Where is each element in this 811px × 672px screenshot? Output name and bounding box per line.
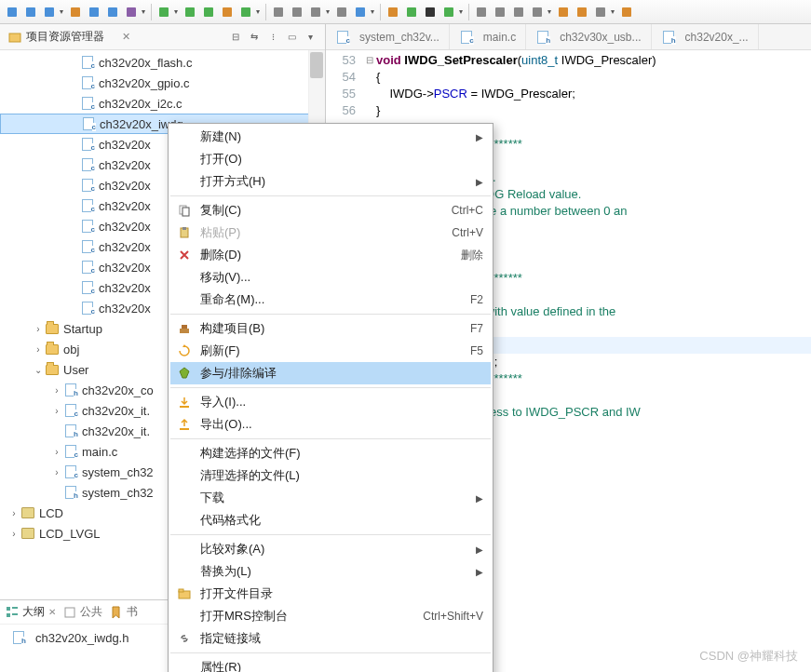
menu-item[interactable]: 打开文件目录 [170, 583, 491, 605]
toolbar-search-icon[interactable] [385, 4, 401, 20]
menu-item[interactable]: 打开方式(H)▶ [170, 170, 491, 193]
menu-item[interactable]: 导出(O)... [170, 413, 491, 436]
delete-icon [174, 247, 195, 263]
menu-item[interactable]: 清理选择的文件(L) [170, 464, 491, 487]
svg-rect-29 [9, 34, 20, 42]
toolbar-indent-icon[interactable] [492, 4, 508, 20]
import-icon [174, 394, 195, 410]
toolbar-grid-icon[interactable] [123, 4, 140, 20]
menu-item[interactable]: 删除(D)删除 [170, 244, 491, 266]
toolbar-doc-icon[interactable] [4, 4, 20, 20]
toolbar-drop2-icon[interactable] [333, 4, 350, 20]
svg-rect-11 [241, 7, 250, 17]
editor-tab[interactable]: ch32v20x_... [652, 24, 759, 49]
blank-icon [174, 151, 195, 168]
svg-rect-38 [182, 227, 186, 230]
menu-item[interactable]: 新建(N)▶ [170, 126, 491, 148]
toolbar-arrow-icon[interactable] [618, 4, 635, 20]
menu-item[interactable]: 重命名(M)...F2 [170, 289, 491, 311]
svg-rect-24 [533, 7, 542, 17]
blank-icon [174, 608, 195, 625]
toolbar-drop1-icon[interactable] [289, 4, 305, 20]
toolbar-bug-icon[interactable] [440, 4, 457, 20]
menu-item[interactable]: 打开MRS控制台Ctrl+Shift+V [170, 605, 491, 627]
toolbar-run-icon[interactable] [155, 4, 172, 20]
menu-item[interactable]: 导入(I)... [170, 391, 491, 413]
blank-icon [174, 128, 195, 145]
toolbar-up-icon[interactable] [200, 4, 217, 20]
blank-icon [174, 512, 195, 529]
blank-icon [174, 563, 195, 580]
svg-rect-5 [108, 7, 117, 17]
toolbar-tiles-icon[interactable] [104, 4, 121, 20]
toolbar-list-icon[interactable] [529, 4, 546, 20]
svg-rect-25 [559, 7, 568, 17]
menu-item[interactable]: 打开(O) [170, 148, 491, 170]
explorer-header: 项目资源管理器 ✕ ⊟ ⇆ ⫶ ▭ ▾ [0, 24, 325, 50]
toolbar-book-icon[interactable] [237, 4, 254, 20]
tree-item[interactable]: ch32v20x_i2c.c [0, 93, 325, 114]
menu-item[interactable]: 构建选择的文件(F) [170, 442, 491, 464]
menu-item[interactable]: 刷新(F)F5 [170, 340, 491, 362]
menu-item[interactable]: 参与/排除编译 [170, 362, 491, 384]
svg-rect-7 [159, 7, 169, 17]
toolbar-back-icon[interactable] [555, 4, 572, 20]
toolbar-fwd-icon[interactable] [574, 4, 590, 20]
filter-icon[interactable]: ⫶ [265, 32, 280, 42]
svg-rect-19 [426, 7, 435, 17]
tab-public[interactable]: 公共 [63, 604, 102, 620]
tab-bookmark[interactable]: 书 [110, 604, 138, 620]
svg-rect-30 [7, 607, 10, 611]
tree-item[interactable]: ch32v20x_gpio.c [0, 73, 325, 93]
toolbar-save-icon[interactable] [22, 4, 39, 20]
svg-rect-16 [356, 7, 365, 17]
svg-rect-17 [388, 7, 398, 17]
build-icon [174, 320, 195, 337]
svg-rect-21 [477, 7, 486, 17]
link-icon[interactable]: ⇆ [247, 32, 262, 42]
toolbar-clip-icon[interactable] [592, 4, 609, 20]
collapse-icon[interactable]: ⊟ [228, 32, 243, 42]
toolbar-edit-icon[interactable] [307, 4, 324, 20]
compile-icon [174, 365, 195, 382]
blank-icon [174, 659, 195, 672]
toolbar-outdent-icon[interactable] [473, 4, 490, 20]
svg-rect-10 [223, 7, 232, 17]
svg-rect-14 [311, 7, 320, 17]
svg-rect-34 [65, 608, 74, 617]
menu-item[interactable]: 粘贴(P)Ctrl+V [170, 222, 491, 244]
toolbar-new-icon[interactable] [270, 4, 287, 20]
tree-item[interactable]: ch32v20x_flash.c [0, 52, 325, 73]
svg-rect-6 [127, 7, 136, 17]
toolbar-dl-icon[interactable] [182, 4, 198, 20]
svg-rect-8 [185, 7, 195, 17]
editor-tab[interactable]: main.c [450, 24, 526, 49]
editor-tab[interactable]: ch32v30x_usb... [526, 24, 651, 49]
toolbar-term-icon[interactable] [422, 4, 439, 20]
menu-item[interactable]: 复制(C)Ctrl+C [170, 199, 491, 222]
editor-tab[interactable]: system_ch32v... [326, 24, 450, 49]
svg-rect-4 [89, 7, 99, 17]
menu-item[interactable]: 下载▶ [170, 487, 491, 509]
svg-rect-36 [182, 208, 189, 216]
menu-item[interactable]: 移动(V)... [170, 266, 491, 289]
menu-item[interactable]: 指定链接域 [170, 627, 491, 650]
menu-icon[interactable]: ▾ [303, 32, 318, 42]
menu-item[interactable]: 替换为(L)▶ [170, 560, 491, 583]
menu-item[interactable]: 代码格式化 [170, 509, 491, 531]
toolbar-db-icon[interactable] [67, 4, 84, 20]
menu-item[interactable]: 构建项目(B)F7 [170, 317, 491, 340]
toolbar-script-icon[interactable] [403, 4, 420, 20]
menu-item[interactable]: 属性(R) [170, 656, 491, 672]
close-icon[interactable]: ✕ [122, 31, 130, 43]
toolbar-saveall-icon[interactable] [41, 4, 58, 20]
menu-item[interactable]: 比较对象(A)▶ [170, 538, 491, 560]
toolbar-gear-icon[interactable] [352, 4, 369, 20]
toolbar-para-icon[interactable] [510, 4, 527, 20]
tab-outline[interactable]: 大纲 ✕ [6, 604, 56, 620]
toolbar-box-icon[interactable] [219, 4, 236, 20]
code-line: 56} [326, 102, 811, 119]
svg-rect-12 [274, 7, 283, 17]
toolbar-window-icon[interactable] [86, 4, 102, 20]
min-icon[interactable]: ▭ [284, 32, 299, 42]
